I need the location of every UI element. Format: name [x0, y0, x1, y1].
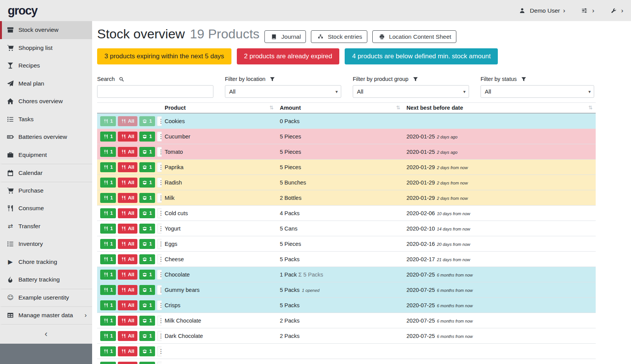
expired-banner[interactable]: 2 products are already expired — [237, 48, 340, 64]
consume-one-button[interactable]: 1 — [100, 193, 116, 203]
row-menu-button[interactable]: ⋮ — [157, 316, 162, 326]
open-one-button[interactable]: 1 — [139, 346, 155, 356]
row-menu-button[interactable]: ⋮ — [157, 147, 162, 157]
filter-by-location-select[interactable]: All▾ — [225, 85, 341, 98]
consume-one-button[interactable]: 1 — [100, 178, 116, 188]
row-menu-button[interactable]: ⋮ — [157, 224, 162, 234]
sidebar-item-calendar[interactable]: Calendar — [0, 164, 92, 182]
open-one-button[interactable]: 1 — [139, 224, 155, 234]
row-menu-button[interactable]: ⋮ — [157, 285, 162, 295]
consume-all-button[interactable]: All — [118, 239, 137, 249]
row-menu-button[interactable]: ⋮ — [157, 208, 162, 218]
consume-one-button[interactable]: 1 — [100, 116, 116, 126]
consume-all-button[interactable]: All — [118, 224, 137, 234]
row-menu-button[interactable]: ⋮ — [157, 331, 162, 341]
consume-all-button[interactable]: All — [118, 346, 137, 356]
sidebar-item-meal-plan[interactable]: Meal plan — [0, 75, 92, 93]
open-one-button[interactable]: 1 — [139, 239, 155, 249]
stock-entries-button[interactable]: Stock entries — [311, 30, 367, 43]
row-menu-button[interactable]: ⋮ — [157, 239, 162, 249]
open-one-button[interactable]: 1 — [139, 270, 155, 280]
consume-one-button[interactable]: 1 — [100, 224, 116, 234]
consume-one-button[interactable]: 1 — [100, 147, 116, 157]
consume-all-button[interactable]: All — [118, 147, 137, 157]
settings-menu[interactable]: › — [580, 7, 595, 15]
sidebar-item-battery-tracking[interactable]: Battery tracking — [0, 271, 92, 289]
brand-logo[interactable]: grocy — [8, 4, 37, 18]
open-one-button[interactable]: 1 — [139, 254, 155, 264]
sidebar-item-inventory[interactable]: Inventory — [0, 235, 92, 253]
row-menu-button[interactable]: ⋮ — [157, 254, 162, 264]
search-input[interactable] — [97, 85, 213, 98]
journal-button[interactable]: Journal — [264, 30, 306, 43]
consume-one-button[interactable]: 1 — [100, 331, 116, 341]
sidebar-item-recipes[interactable]: Recipes — [0, 57, 92, 75]
consume-one-button[interactable]: 1 — [100, 285, 116, 295]
consume-all-button[interactable]: All — [118, 116, 137, 126]
sidebar-item-chores-overview[interactable]: Chores overview — [0, 92, 92, 110]
row-menu-button[interactable]: ⋮ — [157, 300, 162, 310]
row-menu-button[interactable]: ⋮ — [157, 178, 162, 188]
open-one-button[interactable]: 1 — [139, 162, 155, 172]
open-one-button[interactable]: 1 — [139, 362, 155, 364]
consume-one-button[interactable]: 1 — [100, 132, 116, 142]
amount-column-header[interactable]: Amount ⇅ — [277, 103, 403, 114]
consume-one-button[interactable]: 1 — [100, 346, 116, 356]
consume-one-button[interactable]: 1 — [100, 362, 116, 364]
consume-all-button[interactable]: All — [118, 285, 137, 295]
open-one-button[interactable]: 1 — [139, 147, 155, 157]
consume-all-button[interactable]: All — [118, 254, 137, 264]
sidebar-item-batteries-overview[interactable]: Batteries overview — [0, 128, 92, 146]
sidebar-item-chore-tracking[interactable]: ▶Chore tracking — [0, 253, 92, 271]
admin-menu[interactable]: › — [609, 7, 623, 15]
open-one-button[interactable]: 1 — [139, 316, 155, 326]
row-menu-button[interactable]: ⋮ — [157, 162, 162, 172]
sort-icon[interactable]: ⇅ — [269, 105, 274, 110]
row-menu-button[interactable]: ⋮ — [157, 132, 162, 142]
location-content-sheet-button[interactable]: Location Content Sheet — [372, 30, 456, 43]
sidebar-item-purchase[interactable]: Purchase — [0, 182, 92, 200]
open-one-button[interactable]: 1 — [139, 300, 155, 310]
consume-all-button[interactable]: All — [118, 316, 137, 326]
consume-one-button[interactable]: 1 — [100, 300, 116, 310]
sidebar-item-transfer[interactable]: ⇄Transfer — [0, 217, 92, 236]
consume-all-button[interactable]: All — [118, 162, 137, 172]
open-one-button[interactable]: 1 — [139, 116, 155, 126]
row-menu-button[interactable]: ⋮ — [157, 193, 162, 203]
consume-all-button[interactable]: All — [118, 178, 137, 188]
consume-one-button[interactable]: 1 — [100, 239, 116, 249]
sidebar-item-equipment[interactable]: Equipment — [0, 146, 92, 164]
consume-all-button[interactable]: All — [118, 362, 137, 364]
consume-all-button[interactable]: All — [118, 193, 137, 203]
sidebar-collapse-button[interactable]: ‹ — [0, 324, 92, 344]
row-menu-button[interactable]: ⋮ — [157, 116, 162, 126]
open-one-button[interactable]: 1 — [139, 285, 155, 295]
date-column-header[interactable]: Next best before date ⇅ — [403, 103, 596, 114]
sidebar-item-stock-overview[interactable]: Stock overview — [0, 21, 92, 39]
open-one-button[interactable]: 1 — [139, 178, 155, 188]
open-one-button[interactable]: 1 — [139, 132, 155, 142]
user-menu[interactable]: Demo User › — [518, 7, 565, 15]
row-menu-button[interactable]: ⋮ — [157, 346, 162, 356]
sidebar-item-manage-master-data[interactable]: Manage master data› — [0, 306, 92, 324]
consume-one-button[interactable]: 1 — [100, 208, 116, 218]
filter-by-product-group-select[interactable]: All▾ — [353, 85, 469, 98]
open-one-button[interactable]: 1 — [139, 208, 155, 218]
row-menu-button[interactable]: ⋮ — [157, 362, 162, 364]
consume-all-button[interactable]: All — [118, 300, 137, 310]
sidebar-item-consume[interactable]: Consume — [0, 199, 92, 217]
consume-all-button[interactable]: All — [118, 270, 137, 280]
sidebar-item-shopping-list[interactable]: Shopping list — [0, 39, 92, 57]
sidebar-item-example-userentity[interactable]: ☺Example userentity — [0, 289, 92, 307]
expiring-banner[interactable]: 3 products expiring within the next 5 da… — [97, 48, 231, 64]
consume-all-button[interactable]: All — [118, 208, 137, 218]
product-column-header[interactable]: Product ⇅ — [162, 103, 277, 114]
sort-icon[interactable]: ⇅ — [588, 105, 593, 110]
open-one-button[interactable]: 1 — [139, 193, 155, 203]
sidebar-item-tasks[interactable]: Tasks — [0, 110, 92, 128]
open-one-button[interactable]: 1 — [139, 331, 155, 341]
consume-one-button[interactable]: 1 — [100, 270, 116, 280]
consume-one-button[interactable]: 1 — [100, 162, 116, 172]
consume-one-button[interactable]: 1 — [100, 316, 116, 326]
below-min-stock-banner[interactable]: 4 products are below defined min. stock … — [345, 48, 498, 64]
